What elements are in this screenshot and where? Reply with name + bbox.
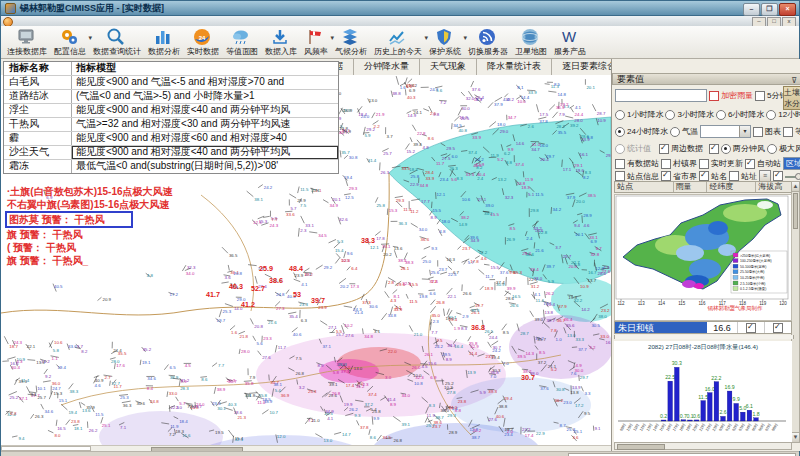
station-addr-checkbox[interactable] (729, 171, 739, 181)
svg-text:9.4: 9.4 (574, 223, 581, 228)
svg-text:27.6: 27.6 (262, 355, 271, 360)
panel-header[interactable]: 要素值 ⊽ (612, 73, 800, 85)
scroll-down-icon[interactable]: ▼ (792, 432, 799, 442)
svg-text:39.1: 39.1 (329, 382, 338, 387)
dropdown-arrow-icon[interactable]: ▾ (88, 34, 92, 42)
svg-text:34.6: 34.6 (147, 376, 156, 381)
scrollbar-thumb[interactable] (793, 193, 798, 229)
toolbar-item-cloud-rain[interactable]: 等值面图 (226, 27, 258, 56)
regional-rain-map[interactable]: >250毫米(特大暴雨)100-250毫米(大暴雨)50-100毫米(暴雨)25… (614, 194, 792, 321)
svg-text:30.3: 30.3 (672, 360, 682, 366)
indicator-row[interactable]: 沙尘天气能见度<900 and 相对湿度<40 and 两分钟平均风 (4, 146, 338, 160)
svg-text:33.9: 33.9 (528, 90, 537, 95)
region-station-combobox[interactable]: 区域站▾ (783, 157, 800, 170)
toolbar-item-trend[interactable]: 历史上的今天▾ (374, 27, 422, 56)
around-data-checkbox[interactable] (659, 144, 669, 154)
rain-1h-radio[interactable] (615, 110, 625, 120)
has-data-checkbox[interactable] (615, 159, 625, 169)
toolbar-item-bar-chart[interactable]: 数据分析 (148, 27, 180, 56)
close-button[interactable]: × (779, 3, 796, 16)
dropdown-arrow-icon[interactable]: ▾ (463, 34, 467, 42)
soil-moisture-button[interactable]: 土壤水分 (783, 86, 800, 110)
svg-text:4.8: 4.8 (147, 273, 154, 278)
svg-text:32.8: 32.8 (591, 252, 600, 257)
toolbar-item-layers[interactable]: 气候分析 (335, 27, 367, 56)
rainfall-bar-chart[interactable]: 2082) 27日08时-28日08时降水量(146.4)09时10时11时12… (614, 341, 792, 443)
panel-horizontal-scrollbar[interactable] (614, 442, 792, 450)
svg-text:22.1: 22.1 (448, 294, 457, 299)
five-min-wind-checkbox[interactable] (755, 91, 765, 101)
toolbar-item-windsock[interactable]: 风频率▾ (304, 27, 328, 56)
tab-2[interactable]: 天气现象 (420, 59, 477, 75)
stat-value-radio[interactable] (615, 144, 625, 154)
encrypted-rain-checkbox[interactable] (709, 91, 719, 101)
station-row[interactable]: 朱日和镇 16.6 (614, 321, 792, 334)
indicator-row[interactable]: 霜冻最低气温<0 and(substring(日期时间,5,2))>'08' (4, 160, 338, 173)
station-check-2[interactable] (773, 323, 783, 333)
realtime-checkbox[interactable] (699, 159, 709, 169)
rain-12h-radio[interactable] (766, 110, 776, 120)
svg-text:31.4: 31.4 (368, 158, 377, 163)
wind-max-radio[interactable] (767, 144, 777, 154)
svg-text:37.4: 37.4 (368, 392, 377, 397)
status-bar (1, 451, 799, 456)
svg-text:3.7: 3.7 (387, 134, 394, 139)
svg-text:40.3: 40.3 (228, 402, 237, 407)
toolbar-item-satellite-globe[interactable]: 卫星地图 (515, 27, 547, 56)
station-red-value: 25.9 (259, 264, 273, 273)
svg-text:25.3: 25.3 (223, 309, 232, 314)
rain-6h-radio[interactable] (716, 110, 726, 120)
toolbar-item-gears[interactable]: 配置信息▾ (54, 27, 86, 56)
toolbar-item-rss[interactable]: 切换服务器 (468, 27, 508, 56)
tab-1[interactable]: 分钟降水量 (354, 59, 420, 75)
toolbar-item-label: 数据查询统计 (93, 47, 141, 56)
dropdown-arrow-icon[interactable]: ▾ (424, 34, 428, 42)
size-slider[interactable] (785, 172, 800, 181)
indicator-row[interactable]: 白毛风能见度<900 and 气温<-5 and 相对湿度>70 and (4, 76, 338, 90)
auto-station-checkbox[interactable] (745, 159, 755, 169)
rain-3h-radio[interactable] (665, 110, 675, 120)
station-info-checkbox[interactable] (615, 171, 625, 181)
indicator-row[interactable]: 霾能见度<900 and 相对湿度<60 and 相对湿度>40 (4, 132, 338, 146)
province-border-checkbox[interactable] (661, 171, 671, 181)
rain-24h-radio[interactable] (615, 127, 625, 137)
svg-text:16.4: 16.4 (454, 344, 463, 349)
svg-text:13.2: 13.2 (498, 177, 507, 182)
svg-text:4.8: 4.8 (423, 145, 430, 150)
alert-line: ·土旗(白音敖包苏木)15-16点极大风速 (7, 186, 173, 197)
tab-3[interactable]: 降水量统计表 (477, 59, 552, 75)
wind-2min-checkbox[interactable] (709, 144, 719, 154)
svg-text:3.2: 3.2 (299, 385, 306, 390)
panel-vertical-scrollbar[interactable]: ▲ ▼ (791, 181, 800, 443)
svg-text:27.8: 27.8 (447, 390, 456, 395)
size-checkbox[interactable] (773, 171, 783, 181)
indicator-row[interactable]: 道路结冰(气温<0 and 气温>-5) and 小时降水量>1 (4, 90, 338, 104)
contour-checkbox[interactable] (783, 127, 793, 137)
toolbar-item-monitor[interactable]: 连接数据库 (7, 27, 47, 56)
svg-text:5.7: 5.7 (468, 260, 475, 265)
pin-icon[interactable]: ⊽ (791, 75, 797, 86)
toolbar-item-shield[interactable]: 保护系统▾ (429, 27, 461, 56)
indicator-row[interactable]: 浮尘能见度<900 and 相对湿度<40 and 两分钟平均风 (4, 104, 338, 118)
dropdown-arrow-icon[interactable]: ▾ (330, 34, 334, 42)
village-checkbox[interactable] (661, 159, 671, 169)
toolbar-item-w[interactable]: W服务产品 (554, 27, 586, 56)
toolbar-item-download[interactable]: 数据入库 (265, 27, 297, 56)
maximize-button[interactable]: ❐ (761, 3, 778, 16)
title-bar[interactable]: 锡林郭勒盟CIMISS应用 - [实时数据] – ❐ × (1, 1, 799, 16)
svg-text:23.4: 23.4 (440, 177, 449, 182)
station-check-1[interactable] (746, 323, 756, 333)
chart-checkbox[interactable] (753, 127, 763, 137)
svg-text:35.9: 35.9 (86, 405, 95, 410)
indicator-row[interactable]: 干热风气温>=32 and 相对湿度<30 and 两分钟平均风速 (4, 118, 338, 132)
minimize-button[interactable]: – (743, 3, 760, 16)
station-name-checkbox[interactable] (699, 171, 709, 181)
toolbar-item-search[interactable]: 数据查询统计 (93, 27, 141, 56)
temperature-radio[interactable] (670, 127, 680, 137)
svg-text:26.3: 26.3 (381, 170, 390, 175)
element-combobox[interactable]: ▾ (700, 125, 751, 138)
element-search-input[interactable] (615, 89, 707, 102)
wind-2min-radio[interactable] (721, 144, 731, 154)
scroll-up-icon[interactable]: ▲ (792, 182, 799, 192)
toolbar-item-globe-24[interactable]: 24实时数据 (187, 27, 219, 56)
